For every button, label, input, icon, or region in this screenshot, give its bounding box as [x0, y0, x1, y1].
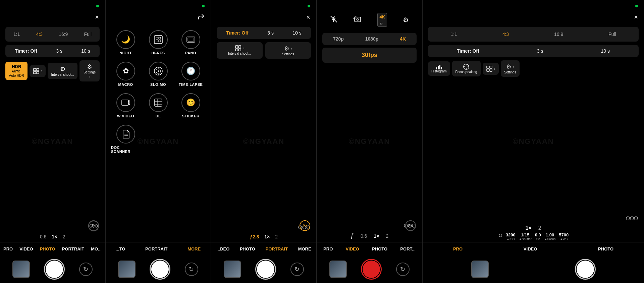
- zoom-2-1[interactable]: 2: [62, 234, 65, 239]
- timer-3s-3[interactable]: 3 s: [267, 30, 274, 36]
- camera-switch-icon[interactable]: [353, 15, 362, 24]
- res-4k[interactable]: 4K: [400, 36, 406, 42]
- res-1080p[interactable]: 1080p: [365, 36, 379, 42]
- shutter-button-pro[interactable]: [575, 259, 596, 280]
- timer-10s[interactable]: 10 s: [81, 48, 90, 54]
- thumbnail-pro[interactable]: [471, 261, 489, 278]
- tab-more-3[interactable]: MORE: [296, 245, 314, 253]
- iso-stat[interactable]: 3200 ▲ISO: [506, 232, 516, 241]
- tab-photo-1[interactable]: PHOTO: [37, 245, 58, 253]
- interval-btn[interactable]: ›: [30, 65, 46, 77]
- shutter-stat[interactable]: 1/15 ▲Shutter: [519, 232, 532, 241]
- settings-icon-4[interactable]: ⚙: [403, 16, 409, 24]
- rotate-button-3[interactable]: ↻: [290, 263, 304, 276]
- tab-portrait-3[interactable]: PORTRAIT: [263, 245, 290, 253]
- settings-btn-3[interactable]: ⚙ › Settings: [265, 42, 311, 59]
- tab-more-2[interactable]: MORE: [185, 245, 203, 253]
- shutter-button-1[interactable]: [44, 259, 65, 280]
- share-button[interactable]: [197, 13, 205, 23]
- tab-photo-pro[interactable]: PHOTO: [595, 245, 616, 253]
- gallery-icon-1[interactable]: [88, 220, 99, 231]
- more-item-docscanner[interactable]: DOC SCANNER: [111, 125, 140, 154]
- flash-off-icon[interactable]: [330, 15, 337, 24]
- aspect-1-1-pro[interactable]: 1:1: [446, 30, 461, 38]
- settings-btn-2[interactable]: ⚙ Settings ›: [79, 60, 100, 81]
- zoom-0.6-4[interactable]: 0.6: [361, 233, 367, 239]
- aspect-full[interactable]: Full: [80, 30, 96, 38]
- rotate-button-4[interactable]: ↻: [396, 263, 410, 276]
- tab-photo-3[interactable]: PHOTO: [237, 245, 258, 253]
- histogram-btn[interactable]: Histogram: [428, 61, 450, 76]
- tab-pro-4[interactable]: PRO: [321, 245, 335, 253]
- tab-portrait-1[interactable]: PORTRAIT: [59, 245, 87, 253]
- rotate-button-2[interactable]: ↻: [185, 263, 198, 276]
- zoom-2-pro[interactable]: 2: [538, 225, 541, 231]
- interval-btn-pro[interactable]: ›: [483, 63, 499, 75]
- wb-stat[interactable]: 5700 ▲WB: [559, 232, 569, 241]
- timer-10s-pro[interactable]: 10 s: [601, 48, 609, 54]
- tab-pro-pro[interactable]: PRO: [450, 245, 465, 253]
- zoom-0.6-1[interactable]: 0.6: [40, 234, 46, 239]
- more-item-timelapse[interactable]: 🕐 TIME-LAPSE: [176, 62, 205, 87]
- shutter-button-4[interactable]: [361, 259, 382, 280]
- thumbnail-2[interactable]: [118, 261, 136, 278]
- 4k-badge[interactable]: 4K 30: [377, 13, 387, 27]
- rotate-button-1[interactable]: ↻: [79, 263, 93, 276]
- aspect-4-3[interactable]: 4:3: [32, 30, 47, 38]
- focus-peaking-btn[interactable]: Focus peaking: [452, 61, 481, 76]
- thumbnail-1[interactable]: [12, 261, 30, 278]
- more-item-pano[interactable]: PANO: [176, 30, 205, 55]
- timer-3s-pro[interactable]: 3 s: [537, 48, 543, 54]
- tab-more-1[interactable]: MO...: [88, 245, 104, 253]
- timer-off-3[interactable]: Timer: Off: [226, 30, 249, 36]
- zoom-2-3[interactable]: 2: [275, 234, 278, 239]
- timer-off[interactable]: Timer: Off: [15, 48, 37, 54]
- more-item-hires[interactable]: HI-RES: [144, 30, 173, 55]
- more-item-wvideo[interactable]: W VIDEO: [111, 93, 140, 118]
- tab-photo-4[interactable]: PHOTO: [369, 245, 390, 253]
- ev-stat[interactable]: 0.0 EV: [535, 232, 541, 241]
- more-item-dl[interactable]: DL: [144, 93, 173, 118]
- aspect-1-1[interactable]: 1:1: [9, 30, 24, 38]
- close-button-3[interactable]: ×: [306, 13, 310, 21]
- tab-portrait-2[interactable]: PORTRAIT: [143, 245, 170, 253]
- thumbnail-3[interactable]: [224, 261, 241, 278]
- aspect-4-3-pro[interactable]: 4:3: [498, 30, 513, 38]
- timer-10s-3[interactable]: 10 s: [292, 30, 301, 36]
- aspect-full-pro[interactable]: Full: [604, 30, 620, 38]
- tab-video-1[interactable]: VIDEO: [17, 245, 36, 253]
- tab-portrait-4[interactable]: PORT...: [397, 245, 418, 253]
- gallery-icon-3[interactable]: [300, 220, 310, 231]
- tab-video-3[interactable]: ...DEO: [214, 245, 232, 253]
- tab-video-pro[interactable]: VIDEO: [521, 245, 540, 253]
- res-720p[interactable]: 720p: [333, 36, 344, 42]
- aspect-16-9-pro[interactable]: 16:9: [550, 30, 567, 38]
- aspect-16-9[interactable]: 16:9: [55, 30, 72, 38]
- zoom-1x-1[interactable]: 1×: [52, 234, 57, 239]
- more-item-night[interactable]: 🌙 NIGHT: [111, 30, 140, 55]
- zoom-1x-3[interactable]: 1×: [264, 234, 270, 239]
- more-item-macro[interactable]: ✿ MACRO: [111, 62, 140, 87]
- fps-value[interactable]: 30fps: [362, 52, 377, 59]
- close-button-5[interactable]: ×: [634, 13, 638, 21]
- gallery-icon-4[interactable]: [405, 220, 416, 231]
- tab-pro-1[interactable]: PRO: [1, 245, 15, 253]
- settings-btn-1[interactable]: ⚙ Interval shoot...: [48, 63, 77, 79]
- tab-video-4[interactable]: VIDEO: [343, 245, 362, 253]
- tab-photo-2[interactable]: ...TO: [113, 245, 128, 253]
- timer-off-pro[interactable]: Timer: Off: [457, 48, 479, 54]
- triple-circle-5[interactable]: [626, 216, 638, 222]
- refresh-btn-pro[interactable]: ↻: [498, 232, 502, 239]
- more-item-slomo[interactable]: SLO-MO: [144, 62, 173, 87]
- interval-btn-3[interactable]: › Interval shoot...: [217, 42, 263, 59]
- focus-stat[interactable]: 1.00 ▲Focus: [544, 232, 555, 241]
- shutter-button-3[interactable]: [255, 259, 276, 280]
- zoom-1x-pro[interactable]: 1×: [525, 225, 531, 231]
- hdr-button[interactable]: HDRAUTO Auto HDR: [5, 62, 28, 80]
- zoom-1x-4[interactable]: 1×: [374, 233, 379, 239]
- close-button[interactable]: ×: [95, 13, 99, 21]
- more-item-sticker[interactable]: 😊 STICKER: [176, 93, 205, 118]
- settings-btn-pro[interactable]: ⚙ › Settings: [501, 60, 520, 77]
- zoom-2-4[interactable]: 2: [386, 233, 388, 239]
- thumbnail-4[interactable]: [329, 261, 347, 278]
